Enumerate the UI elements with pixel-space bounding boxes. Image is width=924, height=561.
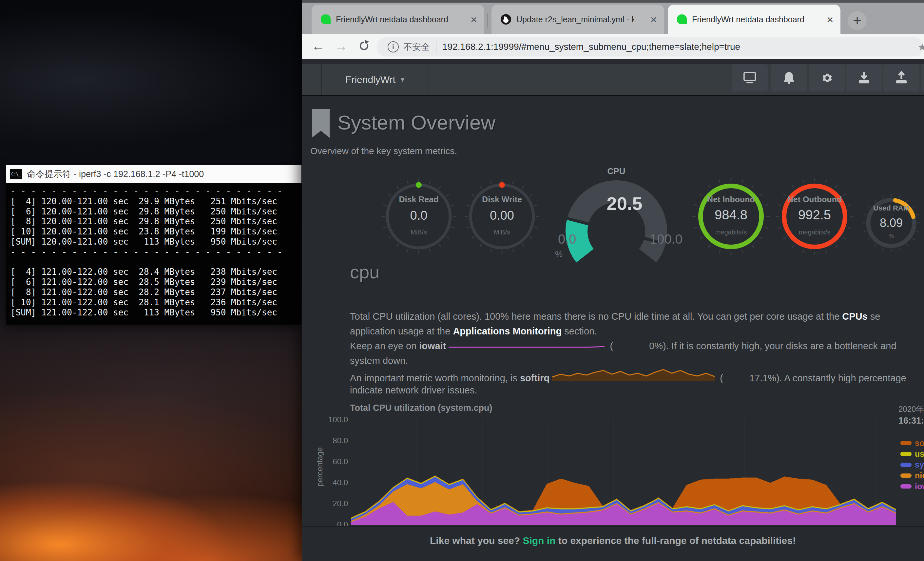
legend-item-user[interactable]: user: [900, 450, 924, 458]
cpu-description-line: Total CPU utilization (all cores). 100% …: [350, 309, 924, 324]
y-tick-label: 20.0: [309, 499, 348, 508]
net-inbound-unit: megabits/s: [715, 229, 747, 236]
page-info-icon[interactable]: i: [388, 41, 399, 53]
net-outbound-value: 992.5: [798, 208, 831, 222]
browser-toolbar: ← → i 不安全 192.168.2.1:19999/#menu_system…: [302, 34, 924, 59]
terminal-line: [ 10] 121.00-122.00 sec 28.1 MBytes 236 …: [10, 297, 302, 308]
tab-close-icon[interactable]: ×: [471, 14, 477, 25]
tab-close-icon[interactable]: ×: [826, 14, 833, 25]
new-tab-button[interactable]: +: [848, 11, 867, 30]
legend-item-softirq[interactable]: softirq: [900, 439, 924, 447]
terminal-line: - - - - - - - - - - - - - - - - - - - - …: [10, 186, 302, 196]
tab-title: FriendlyWrt netdata dashboard: [336, 15, 448, 24]
legend-label: user: [915, 449, 924, 459]
disk-write-unit: MiB/s: [494, 229, 510, 236]
signin-text-post: to experience the full-range of netdata …: [555, 535, 796, 546]
legend-swatch: [900, 474, 912, 478]
terminal-output: - - - - - - - - - - - - - - - - - - - - …: [6, 183, 302, 325]
bookmark-star-icon[interactable]: ★: [918, 41, 924, 53]
y-tick-label: 40.0: [309, 478, 348, 487]
cpu-utilization-chart[interactable]: [351, 417, 896, 526]
section-heading-cpu: cpu: [350, 261, 380, 283]
cpu-gauge-max: 100.0: [650, 232, 682, 247]
netdata-page: FriendlyWrt ▾: [302, 59, 924, 561]
address-bar[interactable]: i 不安全 192.168.2.1:19999/#menu_system_sub…: [376, 38, 924, 56]
sign-in-link[interactable]: Sign in: [523, 535, 555, 546]
cpu-description-line: An important metric worth monitoring, is…: [350, 368, 924, 383]
chart-date: 2020年3: [898, 404, 924, 414]
y-tick-label: 100.0: [309, 415, 348, 424]
terminal-line: - - - - - - - - - - - - - - - - - - - - …: [10, 247, 302, 257]
terminal-titlebar[interactable]: C:\_ 命令提示符 - iperf3 -c 192.168.1.2 -P4 -…: [6, 165, 302, 183]
github-favicon: [501, 14, 511, 25]
cpu-description-line: indicate network driver issues.: [350, 383, 924, 398]
reload-button[interactable]: [355, 37, 373, 55]
cpu-description-line: application usage at the Applications Mo…: [350, 324, 924, 339]
cpu-description-line: system down.: [350, 353, 924, 368]
chart-time: 16:31:2: [898, 416, 924, 426]
cmd-prompt-icon: C:\_: [10, 169, 22, 179]
terminal-line: [ 8] 121.00-122.00 sec 28.2 MBytes 237 M…: [10, 287, 302, 297]
disk-read-value: 0.0: [410, 209, 428, 223]
legend-item-system[interactable]: system: [900, 460, 924, 469]
tab-netdata-1[interactable]: FriendlyWrt netdata dashboard ×: [312, 5, 484, 34]
legend-label: nice: [915, 471, 924, 480]
cpu-gauge-value: 20.5: [607, 193, 642, 214]
omnibox-divider: [436, 41, 436, 53]
net-outbound-label: Net Outbound: [788, 195, 842, 204]
window-top-edge: [302, 0, 924, 3]
cpu-description: Total CPU utilization (all cores). 100% …: [350, 309, 924, 398]
chart-title: Total CPU utilization (system.cpu): [350, 403, 492, 413]
legend-swatch: [900, 441, 912, 445]
reload-icon: [358, 40, 370, 52]
desktop: C:\_ 命令提示符 - iperf3 -c 192.168.1.2 -P4 -…: [0, 0, 924, 561]
terminal-line: [ 10] 120.00-121.00 sec 23.8 MBytes 199 …: [10, 227, 302, 237]
cpu-gauge-label: CPU: [608, 166, 626, 176]
net-inbound-value: 984.8: [715, 208, 747, 222]
disk-read-unit: MiB/s: [411, 229, 427, 236]
terminal-line: [ 4] 120.00-121.00 sec 29.9 MBytes 251 M…: [10, 196, 302, 206]
terminal-line: [SUM] 121.00-122.00 sec 113 MBytes 950 M…: [10, 308, 302, 318]
disk-write-value: 0.00: [490, 209, 514, 223]
legend-item-nice[interactable]: nice: [900, 471, 924, 480]
softirq-sparkline: [552, 368, 715, 381]
back-button[interactable]: ←: [309, 37, 327, 55]
security-label[interactable]: 不安全: [404, 41, 430, 53]
tab-github[interactable]: Update r2s_lean_minimal.yml · k ×: [492, 5, 664, 34]
cpu-gauge-min: 0.0: [558, 232, 576, 247]
disk-write-label: Disk Write: [482, 195, 522, 204]
net-outbound-unit: megabits/s: [799, 229, 831, 236]
url-text[interactable]: 192.168.2.1:19999/#menu_system_submenu_c…: [442, 42, 740, 52]
used-ram-label: Used RAM: [873, 204, 909, 212]
terminal-title: 命令提示符 - iperf3 -c 192.168.1.2 -P4 -t1000: [27, 168, 204, 180]
terminal-line: [ 6] 120.00-121.00 sec 29.8 MBytes 250 M…: [10, 206, 302, 217]
tab-netdata-2-active[interactable]: FriendlyWrt netdata dashboard ×: [668, 5, 840, 34]
terminal-window[interactable]: C:\_ 命令提示符 - iperf3 -c 192.168.1.2 -P4 -…: [6, 165, 302, 325]
browser-window: FriendlyWrt netdata dashboard × Update r…: [302, 0, 924, 561]
netdata-favicon: [321, 14, 331, 24]
terminal-line: [ 6] 121.00-122.00 sec 28.5 MBytes 239 M…: [10, 277, 302, 287]
forward-button[interactable]: →: [332, 37, 350, 55]
terminal-line: [SUM] 120.00-121.00 sec 113 MBytes 950 M…: [10, 237, 302, 247]
tab-title: Update r2s_lean_minimal.yml · k: [516, 15, 634, 24]
legend-swatch: [900, 452, 912, 456]
cpu-gauge-unit: %: [555, 249, 562, 259]
iowait-sparkline: [448, 345, 605, 349]
used-ram-value: 8.09: [880, 216, 903, 230]
net-inbound-label: Net Inbound: [707, 195, 755, 204]
legend-label: iowait: [915, 482, 924, 491]
tab-close-icon[interactable]: ×: [650, 14, 657, 25]
terminal-line: [10, 257, 302, 267]
legend-label: softirq: [915, 438, 924, 448]
y-tick-label: 60.0: [309, 457, 348, 466]
disk-read-label: Disk Read: [399, 195, 439, 204]
y-tick-label: 80.0: [309, 436, 348, 445]
legend-swatch: [900, 463, 912, 467]
tab-title: FriendlyWrt netdata dashboard: [692, 15, 804, 24]
legend-item-iowait[interactable]: iowait: [900, 482, 924, 490]
used-ram-unit: %: [889, 233, 894, 240]
tab-separator: [487, 13, 488, 27]
tab-strip: FriendlyWrt netdata dashboard × Update r…: [302, 3, 924, 34]
signin-text-pre: Like what you see?: [430, 535, 523, 546]
terminal-line: [ 4] 121.00-122.00 sec 28.4 MBytes 238 M…: [10, 267, 302, 277]
